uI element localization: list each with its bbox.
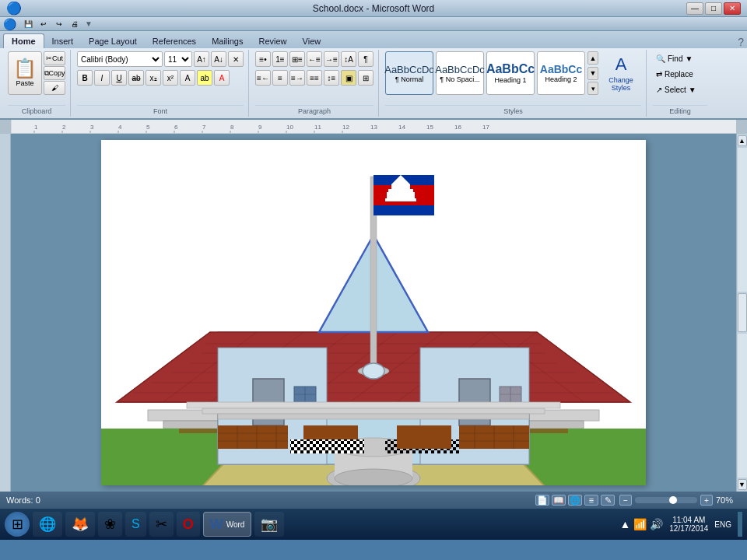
strikethrough-btn[interactable]: ab — [128, 70, 144, 86]
font-size-select[interactable]: 11 — [164, 51, 192, 67]
paste-button[interactable]: 📋 Paste — [8, 51, 42, 95]
undo-btn[interactable]: ↩ — [37, 18, 51, 30]
tab-references[interactable]: References — [145, 34, 204, 48]
zoom-thumb[interactable] — [669, 496, 677, 504]
taskbar-camera-btn[interactable]: 📷 — [254, 512, 284, 537]
styles-group: AaBbCcDc ¶ Normal AaBbCcDc ¶ No Spaci...… — [381, 50, 647, 117]
highlight-btn[interactable]: ab — [197, 70, 212, 86]
scroll-thumb[interactable] — [738, 293, 747, 332]
text-effect-btn[interactable]: A — [180, 70, 195, 86]
paragraph-group-content: ≡• 1≡ ⊞≡ ←≡ →≡ ↕A ¶ ≡← ≡ ≡→ ≡≡ ↕≡ ▣ ⊞ — [255, 51, 374, 105]
taskbar-skype-btn[interactable]: S — [125, 512, 146, 537]
print-btn[interactable]: 🖨 — [68, 18, 82, 30]
justify-btn[interactable]: ≡≡ — [307, 70, 322, 86]
clear-format-btn[interactable]: ✕ — [228, 51, 244, 67]
font-group: Calibri (Body) 11 A↑ A↓ ✕ B I U ab x₂ x² — [72, 50, 249, 117]
taskbar-flower-btn[interactable]: ❀ — [98, 512, 122, 537]
style-normal-btn[interactable]: AaBbCcDc ¶ Normal — [385, 51, 433, 95]
grow-font-btn[interactable]: A↑ — [194, 51, 209, 67]
style-h2-preview: AaBbCc — [540, 63, 582, 75]
italic-btn[interactable]: I — [94, 70, 110, 86]
zoom-out-btn[interactable]: − — [619, 495, 632, 506]
bold-btn[interactable]: B — [77, 70, 93, 86]
styles-up-btn[interactable]: ▲ — [587, 51, 598, 65]
zoom-in-btn[interactable]: + — [700, 495, 713, 506]
svg-text:12: 12 — [342, 124, 349, 131]
show-desktop-btn[interactable] — [738, 512, 742, 537]
save-quick-btn[interactable]: 💾 — [21, 18, 35, 30]
ruler-area: 1 2 3 4 5 6 7 8 9 10 11 12 13 14 15 16 1… — [0, 120, 747, 134]
scroll-up-btn[interactable]: ▲ — [738, 135, 747, 146]
tab-mailings[interactable]: Mailings — [204, 34, 251, 48]
cut-button[interactable]: ✂ Cut — [44, 51, 65, 65]
svg-rect-117 — [202, 408, 545, 414]
print-layout-btn[interactable]: 📄 — [535, 495, 549, 506]
shrink-font-btn[interactable]: A↓ — [211, 51, 226, 67]
tab-view[interactable]: View — [295, 34, 329, 48]
view-buttons: 📄 📖 🌐 ≡ ✎ — [535, 495, 615, 506]
tab-review[interactable]: Review — [251, 34, 294, 48]
subscript-btn[interactable]: x₂ — [146, 70, 161, 86]
scroll-track-2[interactable] — [738, 334, 747, 478]
svg-text:14: 14 — [398, 124, 405, 131]
align-left-btn[interactable]: ≡← — [255, 70, 271, 86]
taskbar-ie-btn[interactable]: 🌐 — [33, 512, 62, 537]
taskbar-scissors-btn[interactable]: ✂ — [149, 512, 174, 537]
style-h2-btn[interactable]: AaBbCc Heading 2 — [537, 51, 585, 95]
styles-down-btn[interactable]: ▼ — [587, 67, 598, 80]
maximize-button[interactable]: □ — [705, 2, 722, 15]
line-spacing-btn[interactable]: ↕≡ — [324, 70, 339, 86]
tab-insert[interactable]: Insert — [44, 34, 82, 48]
font-name-select[interactable]: Calibri (Body) — [77, 51, 163, 67]
close-button[interactable]: ✕ — [724, 2, 741, 15]
increase-indent-btn[interactable]: →≡ — [324, 51, 339, 67]
scroll-track[interactable] — [738, 148, 747, 292]
underline-btn[interactable]: U — [111, 70, 127, 86]
shading-btn[interactable]: ▣ — [341, 70, 356, 86]
language-indicator[interactable]: ENG — [714, 520, 731, 529]
start-button[interactable]: ⊞ — [5, 512, 30, 537]
full-reading-btn[interactable]: 📖 — [552, 495, 566, 506]
redo-btn[interactable]: ↪ — [52, 18, 66, 30]
align-center-btn[interactable]: ≡ — [272, 70, 288, 86]
change-styles-label: Change Styles — [601, 76, 641, 92]
taskbar-firefox-btn[interactable]: 🦊 — [65, 512, 95, 537]
style-nospace-label: ¶ No Spaci... — [440, 75, 479, 83]
styles-more-btn[interactable]: ▾ — [587, 82, 598, 95]
borders-btn[interactable]: ⊞ — [358, 70, 374, 86]
sort-btn[interactable]: ↕A — [341, 51, 356, 67]
scroll-down-btn[interactable]: ▼ — [738, 479, 747, 490]
help-icon[interactable]: ? — [738, 36, 744, 48]
style-h1-preview: AaBbCc — [486, 62, 535, 76]
select-button[interactable]: ↗ Select ▼ — [653, 82, 707, 96]
volume-icon[interactable]: 🔊 — [650, 518, 663, 530]
bullets-btn[interactable]: ≡• — [255, 51, 271, 67]
clock-area[interactable]: 11:04 AM 12/17/2014 — [669, 516, 708, 533]
multilevel-btn[interactable]: ⊞≡ — [289, 51, 305, 67]
numbering-btn[interactable]: 1≡ — [272, 51, 288, 67]
quick-access-toolbar: 🔵 💾 ↩ ↪ 🖨 ▼ — [0, 17, 747, 31]
tray-arrow-icon[interactable]: ▲ — [619, 518, 630, 530]
decrease-indent-btn[interactable]: ←≡ — [307, 51, 322, 67]
network-icon[interactable]: 📶 — [633, 518, 647, 530]
style-h1-btn[interactable]: AaBbCc Heading 1 — [486, 51, 535, 95]
font-color-btn[interactable]: A — [214, 70, 230, 86]
zoom-slider[interactable] — [635, 497, 697, 503]
format-painter-button[interactable]: 🖌 — [44, 81, 65, 95]
copy-button[interactable]: ⧉ Copy — [44, 66, 65, 80]
web-layout-btn[interactable]: 🌐 — [568, 495, 582, 506]
superscript-btn[interactable]: x² — [163, 70, 178, 86]
style-nospace-btn[interactable]: AaBbCcDc ¶ No Spaci... — [436, 51, 484, 95]
change-styles-btn[interactable]: A Change Styles — [601, 51, 641, 95]
draft-btn[interactable]: ✎ — [601, 495, 615, 506]
tab-home[interactable]: Home — [3, 33, 44, 48]
tab-page-layout[interactable]: Page Layout — [81, 34, 145, 48]
outline-btn[interactable]: ≡ — [584, 495, 598, 506]
find-button[interactable]: 🔍 Find ▼ — [653, 51, 707, 65]
taskbar-word-btn[interactable]: W Word — [203, 512, 252, 537]
taskbar-opera-btn[interactable]: O — [177, 512, 200, 537]
show-marks-btn[interactable]: ¶ — [358, 51, 374, 67]
minimize-button[interactable]: — — [686, 2, 703, 15]
align-right-btn[interactable]: ≡→ — [289, 70, 305, 86]
replace-button[interactable]: ⇄ Replace — [653, 67, 707, 81]
